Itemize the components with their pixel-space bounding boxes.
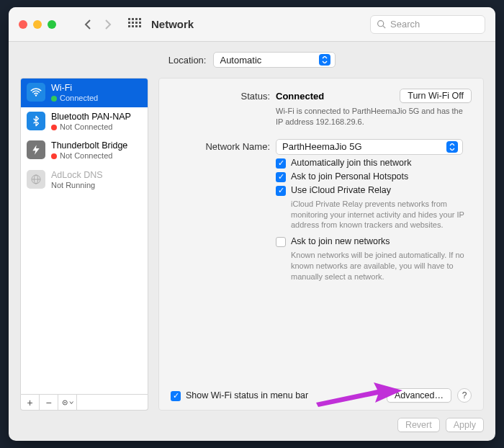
sidebar-item-status: Not Connected bbox=[60, 151, 112, 161]
minimize-button[interactable] bbox=[33, 20, 42, 29]
search-placeholder: Search bbox=[390, 19, 420, 30]
revert-button[interactable]: Revert bbox=[397, 418, 440, 432]
network-name-label: Network Name: bbox=[171, 139, 270, 152]
page-title: Network bbox=[151, 18, 194, 30]
svg-point-2 bbox=[35, 94, 37, 96]
forward-button[interactable] bbox=[101, 16, 115, 33]
checkbox-on-icon: ✓ bbox=[276, 172, 286, 182]
sidebar-item-name: AdLock DNS bbox=[51, 170, 103, 181]
content: Location: Automatic Wi-Fi bbox=[9, 42, 495, 441]
close-button[interactable] bbox=[19, 20, 27, 29]
sidebar-toolbar: + − bbox=[20, 395, 148, 411]
status-dot-icon bbox=[51, 153, 57, 159]
svg-line-1 bbox=[383, 26, 385, 28]
sidebar: Wi-Fi Connected Bluetooth PAN-NAP Not Co… bbox=[20, 78, 148, 411]
location-row: Location: Automatic bbox=[20, 52, 484, 68]
prefs-window: Network Search Location: Automatic bbox=[9, 7, 495, 441]
svg-point-0 bbox=[378, 21, 384, 27]
detail-panel: Status: Connected Turn Wi-Fi Off Wi-Fi i… bbox=[158, 78, 484, 411]
bottom-buttons: Revert Apply bbox=[20, 418, 484, 432]
remove-button[interactable]: − bbox=[40, 395, 58, 410]
status-dot-icon bbox=[51, 96, 57, 102]
chevron-updown-icon bbox=[319, 54, 330, 66]
status-row: Status: Connected Turn Wi-Fi Off Wi-Fi i… bbox=[171, 89, 472, 127]
sidebar-item-status: Not Running bbox=[51, 181, 95, 190]
turn-wifi-off-button[interactable]: Turn Wi-Fi Off bbox=[400, 89, 472, 103]
sidebar-item-thunderbolt[interactable]: Thunderbolt Bridge Not Connected bbox=[21, 136, 148, 165]
sidebar-item-bluetooth[interactable]: Bluetooth PAN-NAP Not Connected bbox=[21, 107, 148, 136]
checkbox-on-icon: ✓ bbox=[276, 186, 286, 196]
auto-join-label: Automatically join this network bbox=[291, 158, 411, 168]
add-button[interactable]: + bbox=[21, 395, 40, 410]
auto-join-checkbox[interactable]: ✓ Automatically join this network bbox=[276, 158, 472, 169]
show-menubar-label: Show Wi-Fi status in menu bar bbox=[186, 390, 308, 400]
zoom-button[interactable] bbox=[48, 20, 56, 29]
private-relay-checkbox[interactable]: ✓ Use iCloud Private Relay bbox=[276, 185, 472, 196]
advanced-button[interactable]: Advanced… bbox=[387, 388, 451, 403]
sidebar-item-status: Connected bbox=[60, 94, 98, 103]
hotspots-label: Ask to join Personal Hotspots bbox=[291, 171, 408, 182]
gear-dropdown-icon bbox=[61, 398, 74, 407]
sidebar-item-adlock[interactable]: AdLock DNS Not Running bbox=[21, 166, 148, 194]
show-all-button[interactable] bbox=[128, 18, 141, 31]
network-name-select[interactable]: ParthHeemaJio 5G bbox=[276, 139, 463, 155]
titlebar: Network Search bbox=[9, 7, 495, 42]
help-button[interactable]: ? bbox=[457, 388, 472, 403]
bluetooth-icon bbox=[27, 112, 45, 130]
status-dot-icon bbox=[51, 125, 57, 130]
new-networks-checkbox[interactable]: Ask to join new networks bbox=[276, 236, 472, 247]
new-networks-label: Ask to join new networks bbox=[291, 236, 390, 246]
private-relay-label: Use iCloud Private Relay bbox=[291, 185, 391, 195]
sidebar-item-status: Not Connected bbox=[60, 122, 112, 132]
search-input[interactable]: Search bbox=[370, 15, 485, 34]
location-label: Location: bbox=[168, 55, 207, 66]
hotspots-checkbox[interactable]: ✓ Ask to join Personal Hotspots bbox=[276, 171, 472, 182]
sidebar-item-name: Thunderbolt Bridge bbox=[51, 140, 127, 151]
globe-icon bbox=[27, 170, 45, 189]
actions-button[interactable] bbox=[58, 395, 77, 410]
panel-footer: ✓ Show Wi-Fi status in menu bar Advanced… bbox=[171, 388, 472, 403]
chevron-updown-icon bbox=[446, 141, 458, 153]
show-menubar-checkbox[interactable]: ✓ Show Wi-Fi status in menu bar bbox=[171, 390, 308, 401]
status-description: Wi-Fi is connected to ParthHeemaJio 5G a… bbox=[276, 106, 472, 127]
apply-button[interactable]: Apply bbox=[446, 418, 484, 432]
private-relay-description: iCloud Private Relay prevents networks f… bbox=[291, 199, 472, 231]
status-value: Connected bbox=[276, 91, 324, 102]
window-controls bbox=[19, 20, 56, 29]
status-label: Status: bbox=[171, 89, 270, 102]
body: Wi-Fi Connected Bluetooth PAN-NAP Not Co… bbox=[20, 78, 484, 411]
checkbox-off-icon bbox=[276, 237, 286, 247]
thunderbolt-icon bbox=[27, 140, 45, 159]
interface-list: Wi-Fi Connected Bluetooth PAN-NAP Not Co… bbox=[20, 78, 148, 395]
location-value: Automatic bbox=[220, 55, 261, 66]
network-name-row: Network Name: ParthHeemaJio 5G ✓ Automat… bbox=[171, 139, 472, 288]
search-icon bbox=[377, 19, 386, 29]
checkbox-on-icon: ✓ bbox=[171, 391, 181, 401]
wifi-icon bbox=[27, 83, 45, 102]
svg-point-7 bbox=[64, 402, 66, 403]
location-select[interactable]: Automatic bbox=[213, 52, 336, 68]
checkbox-on-icon: ✓ bbox=[276, 158, 286, 169]
network-name-value: ParthHeemaJio 5G bbox=[282, 141, 362, 152]
new-networks-description: Known networks will be joined automatica… bbox=[291, 250, 472, 282]
sidebar-item-name: Wi-Fi bbox=[51, 83, 98, 94]
back-button[interactable] bbox=[81, 16, 95, 33]
sidebar-item-wifi[interactable]: Wi-Fi Connected bbox=[21, 79, 148, 107]
sidebar-item-name: Bluetooth PAN-NAP bbox=[51, 112, 131, 122]
